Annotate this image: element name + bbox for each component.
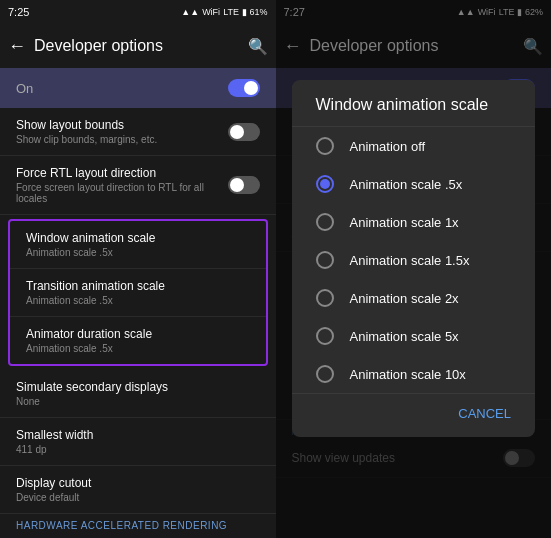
radio-animation-2x[interactable]: Animation scale 2x: [292, 279, 536, 317]
display-cutout-title: Display cutout: [16, 476, 260, 490]
top-bar-left: ← Developer options 🔍: [0, 24, 276, 68]
section-header-left: HARDWARE ACCELERATED RENDERING: [0, 514, 276, 533]
smallest-width-title: Smallest width: [16, 428, 260, 442]
radio-animation-1-5x[interactable]: Animation scale 1.5x: [292, 241, 536, 279]
on-toggle-left[interactable]: [228, 79, 260, 97]
simulate-sub: None: [16, 396, 260, 407]
radio-animation-5x[interactable]: Animation scale 5x: [292, 317, 536, 355]
setting-force-rtl[interactable]: Force RTL layout direction Force screen …: [0, 156, 276, 215]
wifi-icon-left: WiFi: [202, 7, 220, 17]
transition-anim-sub: Animation scale .5x: [26, 295, 250, 306]
radio-circle-2: [316, 213, 334, 231]
setting-sub: Show clip bounds, margins, etc.: [16, 134, 157, 145]
animator-duration-sub: Animation scale .5x: [26, 343, 250, 354]
status-icons-left: ▲▲ WiFi LTE ▮ 61%: [181, 7, 267, 17]
radio-circle-1: [316, 175, 334, 193]
radio-circle-4: [316, 289, 334, 307]
back-button-left[interactable]: ←: [8, 36, 26, 57]
setting-smallest-width[interactable]: Smallest width 411 dp: [0, 418, 276, 466]
simulate-title: Simulate secondary displays: [16, 380, 260, 394]
display-cutout-sub: Device default: [16, 492, 260, 503]
setting-title: Force RTL layout direction: [16, 166, 220, 180]
radio-label-1: Animation scale .5x: [350, 177, 463, 192]
radio-animation-1x[interactable]: Animation scale 1x: [292, 203, 536, 241]
animation-group: Window animation scale Animation scale .…: [8, 219, 268, 366]
left-panel: 7:25 ▲▲ WiFi LTE ▮ 61% ← Developer optio…: [0, 0, 276, 538]
setting-simulate-displays[interactable]: Simulate secondary displays None: [0, 370, 276, 418]
transition-anim-title: Transition animation scale: [26, 279, 250, 293]
radio-label-3: Animation scale 1.5x: [350, 253, 470, 268]
radio-circle-6: [316, 365, 334, 383]
radio-circle-5: [316, 327, 334, 345]
status-bar-left: 7:25 ▲▲ WiFi LTE ▮ 61%: [0, 0, 276, 24]
setting-sub: Force screen layout direction to RTL for…: [16, 182, 220, 204]
radio-label-5: Animation scale 5x: [350, 329, 459, 344]
radio-animation-0-5x[interactable]: Animation scale .5x: [292, 165, 536, 203]
window-animation-dialog: Window animation scale Animation off Ani…: [292, 80, 536, 437]
setting-show-layout-bounds[interactable]: Show layout bounds Show clip bounds, mar…: [0, 108, 276, 156]
radio-label-4: Animation scale 2x: [350, 291, 459, 306]
window-anim-title: Window animation scale: [26, 231, 250, 245]
on-label-left: On: [16, 81, 33, 96]
radio-animation-10x[interactable]: Animation scale 10x: [292, 355, 536, 393]
setting-transition-animation[interactable]: Transition animation scale Animation sca…: [10, 269, 266, 317]
lte-icon-left: LTE: [223, 7, 239, 17]
cancel-button[interactable]: Cancel: [450, 402, 519, 425]
radio-label-0: Animation off: [350, 139, 426, 154]
radio-animation-off[interactable]: Animation off: [292, 127, 536, 165]
page-title-left: Developer options: [34, 37, 248, 55]
setting-display-cutout[interactable]: Display cutout Device default: [0, 466, 276, 514]
battery-icon-left: ▮ 61%: [242, 7, 268, 17]
smallest-width-sub: 411 dp: [16, 444, 260, 455]
settings-list-left: Show layout bounds Show clip bounds, mar…: [0, 108, 276, 538]
radio-circle-3: [316, 251, 334, 269]
right-panel: 7:27 ▲▲ WiFi LTE ▮ 62% ← Developer optio…: [276, 0, 552, 538]
setting-title: Show layout bounds: [16, 118, 157, 132]
setting-animator-duration[interactable]: Animator duration scale Animation scale …: [10, 317, 266, 364]
dialog-actions: Cancel: [292, 394, 536, 437]
radio-label-6: Animation scale 10x: [350, 367, 466, 382]
window-anim-sub: Animation scale .5x: [26, 247, 250, 258]
on-row-left: On: [0, 68, 276, 108]
layout-bounds-toggle[interactable]: [228, 123, 260, 141]
signal-icon-left: ▲▲: [181, 7, 199, 17]
setting-window-animation[interactable]: Window animation scale Animation scale .…: [10, 221, 266, 269]
rtl-toggle[interactable]: [228, 176, 260, 194]
animator-duration-title: Animator duration scale: [26, 327, 250, 341]
setting-show-view-updates[interactable]: Show view updates: [0, 533, 276, 538]
radio-circle-0: [316, 137, 334, 155]
radio-label-2: Animation scale 1x: [350, 215, 459, 230]
dialog-title: Window animation scale: [292, 96, 536, 126]
status-time-left: 7:25: [8, 6, 29, 18]
search-button-left[interactable]: 🔍: [248, 37, 268, 56]
